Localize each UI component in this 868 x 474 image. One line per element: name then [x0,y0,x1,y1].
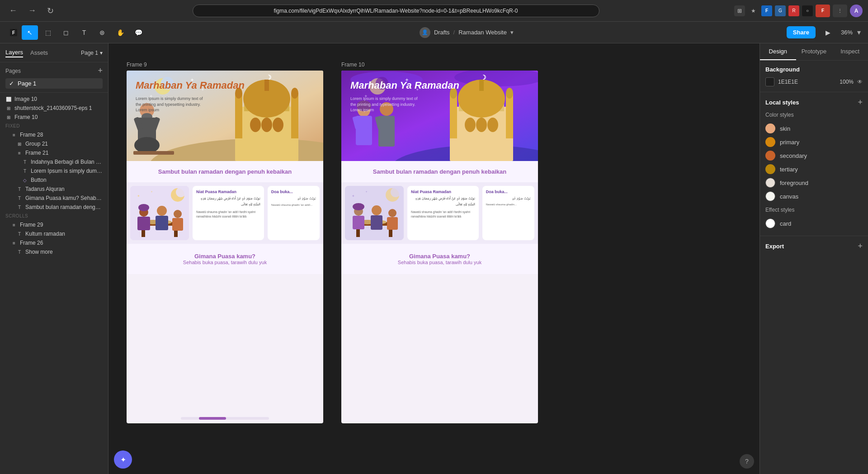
add-export-button[interactable]: + [858,242,863,251]
primary-label: primary [780,139,799,146]
card1-arabic: نَوَيْتُ صَوْمَ غَدٍ عَنْ أَدَاءِ فَرْضِ… [196,196,260,207]
svg-text:✦: ✦ [352,194,355,198]
refresh-button[interactable]: ↻ [43,4,57,18]
ai-toolbar-button[interactable]: ✦ [114,450,132,469]
comment-tool[interactable]: 💬 [130,25,146,40]
ext1-icon: G [775,5,786,16]
canvas-area[interactable]: Frame 9 [108,43,760,474]
color-tertiary[interactable]: tertiary [765,162,863,176]
hand-tool[interactable]: ✋ [112,25,128,40]
color-skin[interactable]: skin [765,122,863,135]
svg-rect-40 [137,217,150,230]
figma-logo[interactable]: F [7,26,20,39]
breadcrumb-title[interactable]: Ramadan Website [458,29,507,36]
color-foreground[interactable]: foreground [765,176,863,190]
component-tool[interactable]: ⊛ [94,25,110,40]
color-secondary[interactable]: secondary [765,149,863,162]
layer-frame29[interactable]: ≡ Frame 29 [0,220,108,229]
breadcrumb-drafts[interactable]: Drafts [434,29,450,36]
svg-text:☽: ☽ [266,74,272,81]
frame10-content[interactable]: ☽ [341,71,538,423]
layer-group21[interactable]: ⊞ Group 21 [0,139,108,148]
layer-text-tadarus[interactable]: T Tadarus Alquran [0,185,108,194]
tab-design[interactable]: Design [760,43,796,60]
layer-frame10[interactable]: ⊞ Frame 10 [0,113,108,122]
layer-label: Tadarus Alquran [25,186,65,192]
back-button[interactable]: ← [5,4,21,17]
layer-shutterstock[interactable]: ⊞ shutterstock_2140360975-eps 1 [0,104,108,113]
menu-dots[interactable]: ⋮ [833,5,847,17]
share-button[interactable]: Share [787,26,816,38]
add-local-style-button[interactable]: + [858,98,863,107]
zoom-chevron[interactable]: ▾ [857,28,861,37]
select-tool[interactable]: ↖ [22,25,38,40]
page-indicator[interactable]: Page 1 ▾ [81,50,103,56]
canvas-inner[interactable]: Frame 9 [108,43,760,474]
layer-text-lorem[interactable]: T Lorem Ipsum is simply dummy text of t.… [0,166,108,175]
text-tool[interactable]: T [76,25,92,40]
browser-icons: ⊞ ★ F G R ○ F ⋮ A [734,5,863,17]
frame9-cards: ✦ ✦ [127,182,323,244]
svg-point-14 [261,118,272,132]
extension-icon[interactable]: ⊞ [734,5,745,16]
layer-frame21[interactable]: ≡ Frame 21 [0,148,108,157]
browser-topbar: ← → ↻ ⊞ ★ F G R ○ F ⋮ A [0,0,868,22]
frame9-section2-sub: Sehabis buka puasa, tarawih dulu yuk [136,260,314,265]
layer-text-gimana[interactable]: T Gimana Puasa kamu? Sehabis buka puasa,… [0,194,108,203]
layer-frame26[interactable]: ≡ Frame 26 [0,238,108,247]
svg-text:F: F [12,30,15,35]
user-avatar[interactable]: A [850,5,863,17]
url-bar[interactable] [193,5,599,17]
tab-assets[interactable]: Assets [30,48,48,57]
zoom-level[interactable]: 36% [841,29,853,36]
layer-label: Frame 26 [20,240,43,246]
frame9-scrollbar-thumb[interactable] [199,417,226,420]
layer-button[interactable]: ◇ Button [0,175,108,185]
frame9-hero-title: Marhaban Ya Ramadan [136,80,245,91]
effect-card[interactable]: card [765,217,863,230]
frame9-content[interactable]: ☽ [127,71,323,423]
background-hex[interactable]: 1E1E1E [778,79,836,85]
shape-tool[interactable]: ◻ [58,25,74,40]
layer-text-kultum[interactable]: T Kultum ramadan [0,229,108,238]
frame10-hero-title: Marhaban Ya Ramadan [350,80,459,91]
chevron-down-icon[interactable]: ▾ [510,29,514,36]
svg-text:✦: ✦ [151,190,153,193]
forward-button[interactable]: → [24,4,40,17]
layers-section[interactable]: ⬜ Image 10 ⊞ shutterstock_2140360975-eps… [0,93,108,474]
layer-text-showmore[interactable]: T Show more [0,247,108,256]
layer-frame28[interactable]: ≡ Frame 28 [0,130,108,139]
tab-prototype[interactable]: Prototype [796,43,832,60]
frame-icon: ≡ [11,132,17,138]
svg-point-39 [138,204,149,211]
tab-layers[interactable]: Layers [5,48,23,57]
frame9-hero-subtitle: Lorem Ipsum is simply dummy text of the … [136,96,208,113]
tab-inspect[interactable]: Inspect [832,43,868,60]
help-button[interactable]: ? [740,454,754,469]
frame10-card2-title: Doa buka... [486,190,531,194]
right-panel: Design Prototype Inspect Background 1E1E… [760,43,868,474]
add-page-button[interactable]: + [98,66,103,76]
scrolls-label: SCROLLS [0,212,108,220]
background-color-swatch[interactable] [765,77,774,86]
figma-toolbar: F ↖ ⬚ ◻ T ⊛ ✋ 💬 👤 Drafts / Ramadan Websi… [0,22,868,43]
group-icon: ⊞ [16,141,23,147]
star-icon[interactable]: ★ [748,5,759,16]
panel-header: Layers Assets Page 1 ▾ [0,43,108,62]
page-item-1[interactable]: ✓ Page 1 [5,78,103,89]
local-styles-section: Local styles + Color styles skin primary… [760,92,868,236]
layer-text-sambut[interactable]: T Sambut bulan ramadan dengan penuh keba… [0,203,108,212]
background-opacity[interactable]: 100% [840,79,854,85]
visibility-toggle[interactable]: 👁 [857,79,863,85]
layer-image10[interactable]: ⬜ Image 10 [0,95,108,104]
layer-text-indahnya[interactable]: T Indahnya Berbagi di Bulan Ramadan [0,157,108,166]
text-icon: T [22,168,28,174]
frame-tool[interactable]: ⬚ [40,25,56,40]
color-canvas[interactable]: canvas [765,190,863,203]
card-label: card [780,220,791,227]
color-primary[interactable]: primary [765,135,863,149]
play-button[interactable]: ▶ [820,25,836,40]
frame9-label: Frame 9 [127,62,323,68]
background-color-row: 1E1E1E 100% 👁 [765,77,863,86]
svg-point-58 [465,118,476,132]
